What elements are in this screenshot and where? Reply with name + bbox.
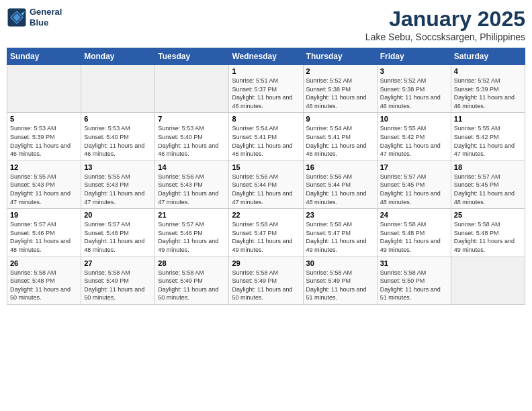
- day-info: Sunrise: 5:52 AMSunset: 5:38 PMDaylight:…: [306, 77, 374, 110]
- day-info: Sunrise: 5:53 AMSunset: 5:40 PMDaylight:…: [158, 124, 226, 158]
- day-number: 13: [84, 163, 152, 171]
- calendar-cell: 30Sunrise: 5:58 AMSunset: 5:49 PMDayligh…: [303, 257, 377, 304]
- day-number: 25: [454, 211, 522, 219]
- day-number: 10: [380, 115, 448, 123]
- week-row-5: 26Sunrise: 5:58 AMSunset: 5:48 PMDayligh…: [7, 257, 525, 304]
- day-info: Sunrise: 5:53 AMSunset: 5:40 PMDaylight:…: [84, 124, 152, 158]
- day-number: 17: [380, 163, 448, 171]
- logo: General Blue: [7, 7, 62, 28]
- day-info: Sunrise: 5:56 AMSunset: 5:44 PMDaylight:…: [306, 173, 374, 206]
- day-info: Sunrise: 5:57 AMSunset: 5:46 PMDaylight:…: [158, 220, 226, 254]
- calendar-cell: 14Sunrise: 5:56 AMSunset: 5:43 PMDayligh…: [155, 161, 229, 208]
- calendar-cell: 4Sunrise: 5:52 AMSunset: 5:39 PMDaylight…: [451, 65, 525, 113]
- day-number: 18: [454, 163, 522, 171]
- day-number: 22: [232, 211, 300, 219]
- calendar-cell: 6Sunrise: 5:53 AMSunset: 5:40 PMDaylight…: [81, 113, 155, 161]
- weekday-header-friday: Friday: [377, 48, 451, 65]
- calendar-cell: 1Sunrise: 5:51 AMSunset: 5:37 PMDaylight…: [229, 65, 303, 113]
- day-info: Sunrise: 5:54 AMSunset: 5:41 PMDaylight:…: [232, 124, 300, 158]
- calendar-cell: 11Sunrise: 5:55 AMSunset: 5:42 PMDayligh…: [451, 113, 525, 161]
- day-info: Sunrise: 5:58 AMSunset: 5:47 PMDaylight:…: [232, 220, 300, 254]
- day-info: Sunrise: 5:58 AMSunset: 5:49 PMDaylight:…: [84, 269, 152, 302]
- day-number: 6: [84, 115, 152, 123]
- day-info: Sunrise: 5:52 AMSunset: 5:38 PMDaylight:…: [380, 77, 448, 110]
- calendar-cell: 20Sunrise: 5:57 AMSunset: 5:46 PMDayligh…: [81, 209, 155, 257]
- day-number: 15: [232, 163, 300, 171]
- day-number: 26: [10, 259, 78, 267]
- day-number: 30: [306, 259, 374, 267]
- day-number: 14: [158, 163, 226, 171]
- calendar-cell: 31Sunrise: 5:58 AMSunset: 5:50 PMDayligh…: [377, 257, 451, 304]
- calendar-cell: 15Sunrise: 5:56 AMSunset: 5:44 PMDayligh…: [229, 161, 303, 208]
- weekday-header-tuesday: Tuesday: [155, 48, 229, 65]
- week-row-4: 19Sunrise: 5:57 AMSunset: 5:46 PMDayligh…: [7, 209, 525, 257]
- day-info: Sunrise: 5:57 AMSunset: 5:46 PMDaylight:…: [84, 220, 152, 254]
- calendar-cell: 19Sunrise: 5:57 AMSunset: 5:46 PMDayligh…: [7, 209, 81, 257]
- calendar-cell: 27Sunrise: 5:58 AMSunset: 5:49 PMDayligh…: [81, 257, 155, 304]
- day-info: Sunrise: 5:58 AMSunset: 5:49 PMDaylight:…: [158, 269, 226, 302]
- calendar-cell: 16Sunrise: 5:56 AMSunset: 5:44 PMDayligh…: [303, 161, 377, 208]
- calendar-cell: 13Sunrise: 5:55 AMSunset: 5:43 PMDayligh…: [81, 161, 155, 208]
- day-number: 27: [84, 259, 152, 267]
- calendar-cell: [81, 65, 155, 113]
- day-info: Sunrise: 5:54 AMSunset: 5:41 PMDaylight:…: [306, 124, 374, 158]
- calendar-cell: 25Sunrise: 5:58 AMSunset: 5:48 PMDayligh…: [451, 209, 525, 257]
- day-info: Sunrise: 5:52 AMSunset: 5:39 PMDaylight:…: [454, 77, 522, 110]
- calendar-subtitle: Lake Sebu, Soccsksargen, Philippines: [365, 32, 525, 42]
- weekday-header-thursday: Thursday: [303, 48, 377, 65]
- calendar-cell: 8Sunrise: 5:54 AMSunset: 5:41 PMDaylight…: [229, 113, 303, 161]
- calendar-cell: 24Sunrise: 5:58 AMSunset: 5:48 PMDayligh…: [377, 209, 451, 257]
- day-number: 28: [158, 259, 226, 267]
- day-info: Sunrise: 5:56 AMSunset: 5:44 PMDaylight:…: [232, 173, 300, 206]
- day-info: Sunrise: 5:58 AMSunset: 5:48 PMDaylight:…: [10, 269, 78, 302]
- day-number: 31: [380, 259, 448, 267]
- calendar-cell: 3Sunrise: 5:52 AMSunset: 5:38 PMDaylight…: [377, 65, 451, 113]
- weekday-header-wednesday: Wednesday: [229, 48, 303, 65]
- weekday-header-saturday: Saturday: [451, 48, 525, 65]
- day-info: Sunrise: 5:56 AMSunset: 5:43 PMDaylight:…: [158, 173, 226, 206]
- day-number: 8: [232, 115, 300, 123]
- calendar-cell: 10Sunrise: 5:55 AMSunset: 5:42 PMDayligh…: [377, 113, 451, 161]
- calendar-cell: 12Sunrise: 5:55 AMSunset: 5:43 PMDayligh…: [7, 161, 81, 208]
- day-info: Sunrise: 5:57 AMSunset: 5:45 PMDaylight:…: [454, 173, 522, 206]
- calendar-table: SundayMondayTuesdayWednesdayThursdayFrid…: [7, 48, 525, 305]
- calendar-cell: [155, 65, 229, 113]
- calendar-title: January 2025: [365, 7, 525, 32]
- day-info: Sunrise: 5:58 AMSunset: 5:47 PMDaylight:…: [306, 220, 374, 254]
- calendar-cell: 18Sunrise: 5:57 AMSunset: 5:45 PMDayligh…: [451, 161, 525, 208]
- calendar-cell: 23Sunrise: 5:58 AMSunset: 5:47 PMDayligh…: [303, 209, 377, 257]
- day-info: Sunrise: 5:58 AMSunset: 5:49 PMDaylight:…: [306, 269, 374, 302]
- day-number: 16: [306, 163, 374, 171]
- calendar-cell: 22Sunrise: 5:58 AMSunset: 5:47 PMDayligh…: [229, 209, 303, 257]
- day-number: 5: [10, 115, 78, 123]
- day-number: 11: [454, 115, 522, 123]
- day-info: Sunrise: 5:55 AMSunset: 5:42 PMDaylight:…: [380, 124, 448, 158]
- logo-icon: [7, 7, 27, 28]
- day-info: Sunrise: 5:51 AMSunset: 5:37 PMDaylight:…: [232, 77, 300, 110]
- day-info: Sunrise: 5:58 AMSunset: 5:48 PMDaylight:…: [454, 220, 522, 254]
- day-number: 3: [380, 67, 448, 75]
- calendar-cell: 29Sunrise: 5:58 AMSunset: 5:49 PMDayligh…: [229, 257, 303, 304]
- weekday-header-monday: Monday: [81, 48, 155, 65]
- header: General Blue January 2025 Lake Sebu, Soc…: [7, 7, 525, 42]
- day-number: 7: [158, 115, 226, 123]
- title-section: January 2025 Lake Sebu, Soccsksargen, Ph…: [365, 7, 525, 42]
- calendar-cell: 17Sunrise: 5:57 AMSunset: 5:45 PMDayligh…: [377, 161, 451, 208]
- calendar-cell: [7, 65, 81, 113]
- day-number: 29: [232, 259, 300, 267]
- day-number: 9: [306, 115, 374, 123]
- week-row-2: 5Sunrise: 5:53 AMSunset: 5:39 PMDaylight…: [7, 113, 525, 161]
- logo-text: General Blue: [30, 7, 62, 28]
- day-number: 2: [306, 67, 374, 75]
- calendar-cell: 21Sunrise: 5:57 AMSunset: 5:46 PMDayligh…: [155, 209, 229, 257]
- day-number: 24: [380, 211, 448, 219]
- calendar-cell: 26Sunrise: 5:58 AMSunset: 5:48 PMDayligh…: [7, 257, 81, 304]
- day-info: Sunrise: 5:58 AMSunset: 5:50 PMDaylight:…: [380, 269, 448, 302]
- day-info: Sunrise: 5:58 AMSunset: 5:49 PMDaylight:…: [232, 269, 300, 302]
- day-info: Sunrise: 5:58 AMSunset: 5:48 PMDaylight:…: [380, 220, 448, 254]
- week-row-3: 12Sunrise: 5:55 AMSunset: 5:43 PMDayligh…: [7, 161, 525, 208]
- day-info: Sunrise: 5:55 AMSunset: 5:42 PMDaylight:…: [454, 124, 522, 158]
- calendar-cell: [451, 257, 525, 304]
- day-number: 1: [232, 67, 300, 75]
- week-row-1: 1Sunrise: 5:51 AMSunset: 5:37 PMDaylight…: [7, 65, 525, 113]
